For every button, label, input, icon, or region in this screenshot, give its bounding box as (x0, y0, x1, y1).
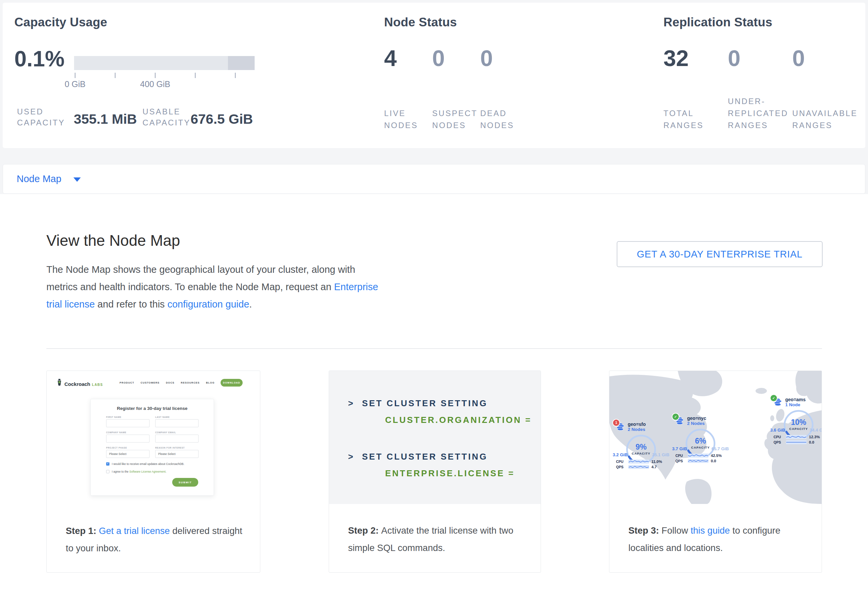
form-fields: FIRST NAME LAST NAME COMPANY NAME COMPAN… (106, 416, 198, 458)
checkbox-unchecked-icon (106, 470, 109, 473)
step-card-node-map: 1 geo=sfo 2 Nodes (609, 371, 822, 572)
submit-row: SUBMIT (106, 478, 198, 487)
total-value: 35.1 GiB (652, 452, 669, 457)
node-status-title: Node Status (384, 15, 528, 29)
used-capacity-label: USED CAPACITY (17, 106, 71, 128)
mini-site-nav: PRODUCT CUSTOMERS DOCS RESOURCES BLOG (120, 381, 215, 384)
stat-value: 0 (728, 47, 792, 69)
node-count: 2 Nodes (628, 427, 646, 432)
stat-value: 0 (792, 47, 862, 69)
capacity-bar-track (74, 56, 255, 70)
node-count: 2 Nodes (687, 421, 706, 426)
cpu-label: CPU (675, 453, 685, 458)
configuration-guide-link[interactable]: configuration guide (168, 299, 249, 309)
nodemap-description: The Node Map shows the geographical layo… (46, 261, 384, 313)
axis-tick (75, 73, 75, 78)
license-agreement-checkbox-row: I agree to the Software License Agreemen… (106, 470, 198, 473)
nodemap-preview: 1 geo=sfo 2 Nodes (610, 371, 822, 504)
text-input (155, 434, 199, 443)
axis-tick (195, 73, 196, 78)
cluster-summary-card: Capacity Usage 0.1% 0 GiB 400 GiB USED C… (3, 3, 865, 148)
select-input: Please Select (106, 450, 149, 458)
stat-label: UNDER-REPLICATED RANGES (728, 96, 792, 131)
form-field: REASON FOR INTEREST Please Select (155, 447, 199, 458)
step-card-trial-license: Cockroach LABS PRODUCT CUSTOMERS DOCS RE… (46, 371, 260, 572)
qps-sparkline (786, 440, 807, 444)
used-value: 3.7 GiB (672, 446, 687, 451)
axis-tick (235, 73, 236, 78)
capacity-usage-title: Capacity Usage (14, 15, 107, 29)
qps-sparkline (628, 465, 649, 469)
gauge-percent: 10% (791, 418, 806, 427)
prompt-glyph: > (348, 398, 354, 408)
cpu-metric: CPU 12.3% (774, 434, 820, 439)
qps-label: QPS (774, 440, 784, 444)
capacity-usage-panel: Capacity Usage 0.1% 0 GiB 400 GiB USED C… (14, 15, 107, 29)
node-header: ✓ geo=ams 1 Node (774, 397, 822, 408)
qps-metric: QPS 0.0 (675, 459, 716, 463)
logo-labs-text: LABS (92, 383, 103, 387)
get-a-trial-license-link[interactable]: Get a trial license (99, 525, 170, 536)
this-guide-link[interactable]: this guide (691, 525, 730, 536)
text-input (106, 434, 149, 443)
gauge-values: 3.2 GiB 35.1 GiB (613, 452, 669, 457)
node-titles: geo=nyc 2 Nodes (687, 416, 706, 426)
gauge-values: 3.7 GiB 65.7 GiB (672, 446, 729, 451)
cpu-metric: CPU 42.5% (675, 453, 722, 458)
stat-label: LIVE NODES (384, 107, 432, 131)
cpu-sparkline (628, 459, 649, 464)
node-status-panel: Node Status 4 LIVE NODES 0 SUSPECT NODES… (384, 15, 528, 132)
text-run: I agree to the (112, 470, 129, 473)
step-1-caption: Step 1: Get a trial license delivered st… (47, 508, 260, 557)
replication-stats: 32 TOTAL RANGES 0 UNDER-REPLICATED RANGE… (663, 29, 862, 132)
sql-code-block: > SET CLUSTER SETTING CLUSTER.ORGANIZATI… (329, 371, 540, 504)
node-titles: geo=sfo 2 Nodes (628, 422, 646, 432)
stat-label: SUSPECT NODES (432, 107, 480, 131)
software-license-agreement-link[interactable]: Software License Agreement. (129, 470, 166, 473)
usable-capacity-label: USABLE CAPACITY (143, 106, 196, 128)
under-replicated-ranges-stat: 0 UNDER-REPLICATED RANGES (728, 29, 792, 132)
qps-value: 0.0 (711, 459, 716, 463)
email-updates-checkbox-row: I would like to receive email updates ab… (106, 462, 198, 466)
cpu-label: CPU (616, 460, 626, 464)
map-node-sfo: 1 geo=sfo 2 Nodes (616, 422, 666, 432)
error-badge: 1 (613, 419, 620, 427)
stat-label: UNAVAILABLE RANGES (792, 107, 862, 131)
nav-item: DOCS (166, 381, 174, 384)
qps-metric: QPS 0.0 (774, 440, 814, 444)
nodemap-dropdown-label[interactable]: Node Map (17, 174, 61, 184)
text-run: The Node Map shows the geographical layo… (46, 264, 355, 292)
enterprise-trial-button[interactable]: GET A 30-DAY ENTERPRISE TRIAL (617, 241, 822, 267)
field-label: FIRST NAME (106, 416, 149, 418)
form-field: FIRST NAME (106, 416, 149, 427)
form-field: COMPANY NAME (106, 431, 149, 443)
text-input (155, 419, 199, 427)
map-node-ams: ✓ geo=ams 1 Node (774, 397, 822, 408)
section-divider (46, 348, 822, 349)
total-ranges-stat: 32 TOTAL RANGES (663, 29, 728, 132)
text-run: Follow (661, 525, 691, 536)
text-run: Step 1: (66, 525, 99, 536)
ok-badge: ✓ (672, 413, 679, 421)
replication-status-title: Replication Status (663, 15, 862, 29)
cpu-sparkline (688, 453, 709, 458)
nav-item: RESOURCES (181, 381, 200, 384)
chevron-down-icon[interactable] (74, 177, 81, 182)
text-run: Step 3: (628, 525, 661, 536)
qps-label: QPS (616, 465, 626, 469)
nodemap-dropdown[interactable]: Node Map (3, 164, 865, 194)
checkbox-label: I would like to receive email updates ab… (112, 462, 184, 466)
nav-item: CUSTOMERS (140, 381, 159, 384)
sql-keyword: SET CLUSTER SETTING (362, 452, 487, 462)
sql-statement: > SET CLUSTER SETTING (348, 398, 487, 409)
node-locality: geo=sfo (628, 422, 646, 427)
cockroach-bug-icon (56, 378, 63, 386)
node-icon-wrap: ✓ (675, 416, 684, 425)
used-value: 3.6 GiB (770, 428, 785, 433)
step-card-sql-commands: > SET CLUSTER SETTING CLUSTER.ORGANIZATI… (329, 371, 541, 572)
nav-item: BLOG (206, 381, 215, 384)
stat-label: DEAD NODES (480, 107, 528, 131)
total-value: 65.7 GiB (712, 446, 729, 451)
node-header: ✓ geo=nyc 2 Nodes (675, 416, 725, 426)
live-nodes-stat: 4 LIVE NODES (384, 29, 432, 132)
